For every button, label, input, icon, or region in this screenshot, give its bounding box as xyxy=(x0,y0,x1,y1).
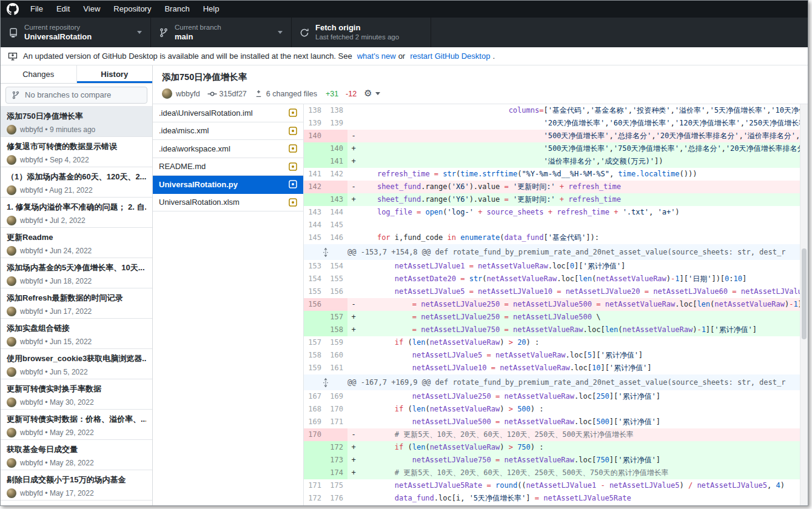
commit-list-item[interactable]: 获取基金每日成交量wbbyfd • May 28, 2022 xyxy=(1,440,152,470)
diff-line-code: netAssetLJValue5 = netAssetValueRaw.loc[… xyxy=(360,349,800,362)
toolbar-spacer xyxy=(431,18,808,47)
diff-line-code: sheet_fund.range('Y6').value = '更新时间:' +… xyxy=(360,193,800,206)
commit-item-title: 1. 修复场内溢价率不准确的问题； 2. 自... xyxy=(7,202,146,213)
file-row[interactable]: .idea\workspace.xml xyxy=(153,140,303,158)
tab-history[interactable]: History xyxy=(77,65,153,83)
main-area: ChangesHistory No branches to compare 添加… xyxy=(1,65,808,505)
diff-scrollbar-thumb[interactable] xyxy=(802,248,807,339)
restart-link[interactable]: restart GitHub Desktop xyxy=(410,52,490,61)
new-line-number: 160 xyxy=(326,349,347,362)
old-line-number: 172 xyxy=(304,492,326,505)
file-row[interactable]: .idea\misc.xml xyxy=(153,122,303,141)
tab-changes[interactable]: Changes xyxy=(1,65,77,83)
diff-line: 157159 if (len(netAssetValueRaw) > 20) : xyxy=(304,336,800,349)
commit-item-date: • Aug 21, 2022 xyxy=(43,186,93,195)
commit-list-item[interactable]: 更新Readmewbbyfd • Jun 24, 2022 xyxy=(1,228,152,258)
github-desktop-window: FileEditViewRepositoryBranchHelp Current… xyxy=(0,0,808,506)
avatar xyxy=(7,307,16,316)
commit-list-item[interactable]: 添加750日净值增长率wbbyfd • 9 minutes ago xyxy=(1,107,152,137)
diff-line-marker: - xyxy=(347,428,360,441)
commit-list-item[interactable]: 使用browser_cookie3获取电脑浏览器...wbbyfd • Jun … xyxy=(1,349,152,379)
new-line-number: 156 xyxy=(326,285,347,298)
commit-list-item[interactable]: 剔除日成交额小于15万的场内基金wbbyfd • May 17, 2022 xyxy=(1,470,152,501)
current-repository-button[interactable]: Current repository UniversalRotation xyxy=(1,18,151,47)
old-line-number xyxy=(304,193,326,206)
file-name: .idea\misc.xml xyxy=(159,126,289,135)
file-row[interactable]: .idea\UniversalRotation.iml xyxy=(153,104,303,122)
diff-line-code: if (len(netAssetValueRaw) > 20) : xyxy=(360,336,800,349)
old-line-number: 140 xyxy=(304,130,326,142)
avatar xyxy=(7,276,16,286)
current-branch-button[interactable]: Current branch main xyxy=(151,18,292,47)
fetch-origin-subtitle: Last fetched 2 minutes ago xyxy=(315,33,399,41)
diff-line: 141142 refresh_time = str(time.strftime(… xyxy=(304,168,800,181)
modified-file-icon xyxy=(289,108,297,117)
diff-options-button[interactable]: ⚙ xyxy=(364,89,380,98)
modified-file-icon xyxy=(289,127,297,135)
file-row[interactable]: README.md xyxy=(153,158,303,176)
diff-line: 145146 for i,fund_code in enumerate(data… xyxy=(304,231,800,244)
commit-list-item[interactable]: 更新可转债实时换手率数据wbbyfd • May 30, 2022 xyxy=(1,379,152,410)
old-line-number xyxy=(304,467,326,479)
commit-item-title: 获取基金每日成交量 xyxy=(7,444,146,455)
diff-line-marker: + xyxy=(347,441,360,454)
file-name: README.md xyxy=(159,162,289,171)
old-line-number xyxy=(304,155,326,168)
file-row[interactable]: UniversalRotation.xlsm xyxy=(153,194,303,212)
commit-list-item[interactable]: 添加场内基金的5天净值增长率、10天...wbbyfd • Jun 18, 20… xyxy=(1,258,152,288)
commit-item-date: • May 17, 2022 xyxy=(43,489,94,497)
fetch-origin-button[interactable]: Fetch origin Last fetched 2 minutes ago xyxy=(292,18,431,47)
avatar xyxy=(7,246,16,256)
update-connector: or xyxy=(398,52,406,61)
menu-item-view[interactable]: View xyxy=(76,1,107,18)
diff-line-code: = netAssetLJValue250 = netAssetLJValue50… xyxy=(360,311,800,324)
fetch-origin-label: Fetch origin xyxy=(315,23,399,33)
commit-list-item[interactable]: 更新可转债实时数据：价格、溢价率、...wbbyfd • May 29, 202… xyxy=(1,410,152,440)
commit-item-date: • Jun 5, 2022 xyxy=(43,368,88,376)
branch-compare-selector[interactable]: No branches to compare xyxy=(5,87,147,104)
hunk-expander-icon[interactable] xyxy=(304,244,347,260)
commit-item-meta: wbbyfd • Sep 4, 2022 xyxy=(7,155,146,165)
update-notification-bar: An updated version of GitHub Desktop is … xyxy=(1,47,808,65)
commit-list-item[interactable]: 1. 修复场内溢价率不准确的问题； 2. 自...wbbyfd • Jul 2,… xyxy=(1,198,152,228)
new-line-number: 146 xyxy=(326,231,347,244)
commit-list-item[interactable]: 修复退市可转债的数据显示错误wbbyfd • Sep 4, 2022 xyxy=(1,137,152,167)
diff-hunk-header: @@ -167,7 +169,9 @@ def rotate_fund_by_p… xyxy=(304,374,800,390)
diff-line-marker xyxy=(347,231,360,244)
old-line-number: 158 xyxy=(304,349,326,362)
file-row[interactable]: UniversalRotation.py xyxy=(153,176,303,194)
diff-line: 140+ '500天净值增长率','750天净值增长率','总排名分','20天… xyxy=(304,142,800,155)
whats-new-link[interactable]: what's new xyxy=(357,52,396,61)
menu-item-edit[interactable]: Edit xyxy=(50,1,76,18)
commit-item-date: • May 28, 2022 xyxy=(43,459,94,467)
hunk-expander-icon[interactable] xyxy=(304,374,347,390)
diff-line-marker: + xyxy=(347,142,360,155)
diff-line-marker xyxy=(347,362,360,374)
commit-list-item[interactable]: 添加实盘组合链接wbbyfd • Jun 15, 2022 xyxy=(1,319,152,349)
diff-line-marker xyxy=(347,168,360,181)
commit-item-meta: wbbyfd • Jun 15, 2022 xyxy=(7,337,146,347)
diff-line-marker xyxy=(347,219,360,231)
menu-item-file[interactable]: File xyxy=(24,1,50,18)
new-line-number: 142 xyxy=(326,168,347,181)
diff-line-marker: - xyxy=(347,130,360,142)
file-name: UniversalRotation.py xyxy=(159,180,289,189)
commit-item-date: • Jun 15, 2022 xyxy=(43,338,92,346)
avatar xyxy=(7,428,16,437)
diff-line: 143144 log_file = open('log-' + source_s… xyxy=(304,206,800,219)
commit-list-item[interactable]: （1）添加场内基金的60天、120天、2...wbbyfd • Aug 21, … xyxy=(1,167,152,198)
menu-item-help[interactable]: Help xyxy=(196,1,226,18)
menu-item-branch[interactable]: Branch xyxy=(158,1,196,18)
commit-sha[interactable]: 315df27 xyxy=(220,90,247,98)
commit-item-author: wbbyfd xyxy=(20,489,43,497)
old-line-number xyxy=(304,441,326,454)
old-line-number xyxy=(304,324,326,336)
commit-item-meta: wbbyfd • 9 minutes ago xyxy=(7,125,146,135)
diff-line: 171175 netAssetLJValue5Rate = round((net… xyxy=(304,479,800,492)
chevron-down-icon xyxy=(278,31,283,34)
commit-list: 添加750日净值增长率wbbyfd • 9 minutes ago修复退市可转债… xyxy=(1,107,152,505)
commit-item-date: • Sep 4, 2022 xyxy=(43,156,89,164)
menu-item-repository[interactable]: Repository xyxy=(107,1,158,18)
commit-list-item[interactable]: 添加Refresh最新数据的时间记录wbbyfd • Jun 17, 2022 xyxy=(1,288,152,319)
diff-line-code: netAssetLJValue10Rate = round((netAssetL… xyxy=(360,505,800,505)
